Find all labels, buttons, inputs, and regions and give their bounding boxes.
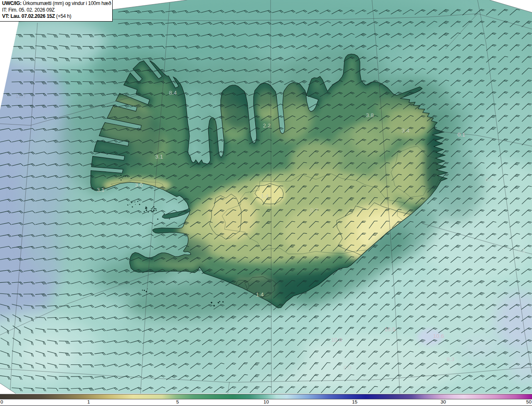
svg-text:3.1: 3.1 <box>97 187 105 193</box>
svg-text:8.3: 8.3 <box>447 356 455 362</box>
svg-text:1.4: 1.4 <box>256 291 264 298</box>
svg-text:10.8: 10.8 <box>331 337 342 343</box>
svg-text:10.5: 10.5 <box>384 326 395 333</box>
svg-text:3.0: 3.0 <box>135 182 143 188</box>
svg-text:6.6: 6.6 <box>485 176 493 183</box>
svg-text:10.6: 10.6 <box>433 333 444 339</box>
svg-text:0.7: 0.7 <box>310 207 318 213</box>
svg-text:0.1: 0.1 <box>458 132 466 138</box>
svg-text:7.1: 7.1 <box>517 247 525 254</box>
svg-text:3.4: 3.4 <box>402 127 410 134</box>
svg-text:1.4: 1.4 <box>261 193 269 199</box>
svg-text:3.1: 3.1 <box>155 154 163 160</box>
svg-text:8.0: 8.0 <box>344 364 352 371</box>
svg-text:3.8: 3.8 <box>366 112 374 118</box>
svg-text:8.4: 8.4 <box>169 90 177 96</box>
svg-text:2.2: 2.2 <box>263 122 271 129</box>
svg-text:11.7: 11.7 <box>15 93 26 99</box>
